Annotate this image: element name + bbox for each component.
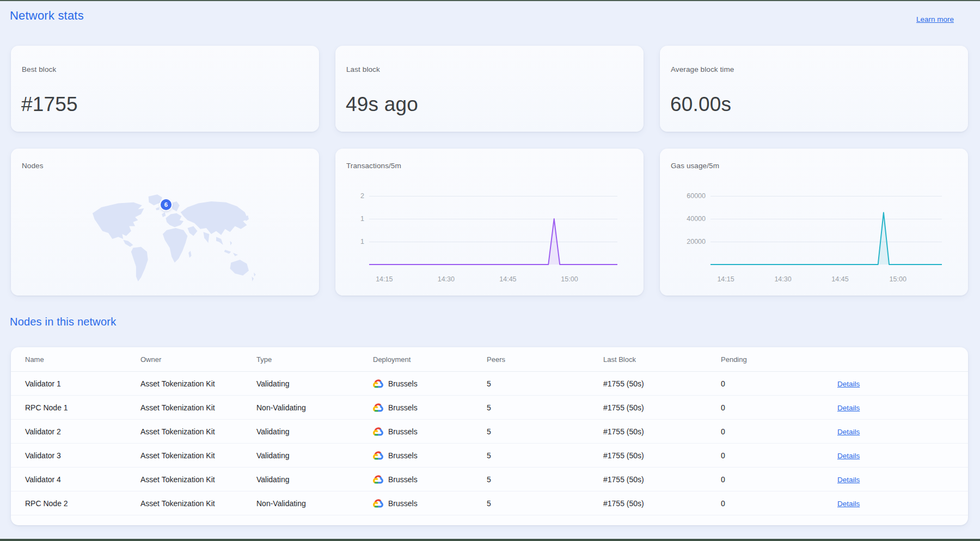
x-axis-tick-label: 15:00 (561, 275, 578, 283)
gas-usage-chart-card: Gas usage/5m 60000400002000014:1514:3014… (660, 149, 968, 296)
x-axis-tick-label: 15:00 (890, 275, 906, 283)
gas-usage-chart: 60000400002000014:1514:3014:4515:00 (710, 196, 942, 305)
action-cell: Details (837, 427, 968, 436)
owner-cell: Asset Tokenization Kit (140, 379, 256, 388)
transactions-chart-card: Transactions/5m 21114:1514:3014:4515:00 (335, 149, 644, 296)
owner-cell: Asset Tokenization Kit (140, 475, 256, 484)
y-axis-tick-label: 1 (326, 214, 364, 223)
last-block-cell: #1755 (50s) (603, 379, 721, 388)
table-row: Validator 1Asset Tokenization KitValidat… (11, 372, 968, 396)
owner-cell: Asset Tokenization Kit (140, 427, 256, 436)
peers-cell: 5 (487, 427, 603, 436)
google-cloud-icon (373, 403, 383, 412)
table-row: Validator 3Asset Tokenization KitValidat… (11, 444, 968, 468)
pending-cell: 0 (721, 499, 837, 508)
column-header: Last Block (603, 355, 721, 364)
chart-line-graphic (710, 196, 942, 267)
node-name-cell: RPC Node 1 (25, 403, 140, 412)
node-name-cell: Validator 2 (25, 427, 140, 436)
deployment-cell: Brussels (373, 451, 487, 460)
table-row: Validator 4Asset Tokenization KitValidat… (11, 468, 968, 491)
last-block-card: Last block 49s ago (335, 46, 644, 132)
peers-cell: 5 (487, 475, 603, 484)
pending-cell: 0 (721, 379, 837, 388)
details-link[interactable]: Details (837, 500, 860, 508)
deployment-location: Brussels (388, 379, 418, 388)
x-axis-tick-label: 14:15 (717, 275, 734, 283)
pending-cell: 0 (721, 427, 837, 436)
owner-cell: Asset Tokenization Kit (140, 499, 256, 508)
table-header-row: NameOwnerTypeDeploymentPeersLast BlockPe… (11, 347, 968, 372)
column-header: Owner (140, 355, 256, 364)
section-title-nodes: Nodes in this network (10, 316, 116, 328)
y-axis-tick-label: 1 (326, 237, 364, 246)
column-header: Name (25, 355, 140, 364)
last-block-cell: #1755 (50s) (603, 475, 721, 484)
details-link[interactable]: Details (837, 380, 860, 388)
deployment-location: Brussels (388, 451, 418, 460)
type-cell: Validating (256, 379, 373, 388)
average-block-time-value: 60.00s (670, 93, 731, 116)
pending-cell: 0 (721, 451, 837, 460)
network-stats-page: Network stats Learn more Best block #175… (0, 0, 980, 541)
column-header: Deployment (373, 355, 487, 364)
deployment-location: Brussels (388, 475, 418, 484)
y-axis-tick-label: 2 (326, 192, 364, 200)
y-axis-tick-label: 40000 (667, 214, 706, 223)
node-name-cell: Validator 4 (25, 475, 140, 484)
transactions-chart: 21114:1514:3014:4515:00 (369, 196, 617, 305)
owner-cell: Asset Tokenization Kit (140, 451, 256, 460)
deployment-location: Brussels (388, 403, 418, 412)
y-axis-tick-label: 20000 (667, 237, 706, 246)
stat-label: Best block (22, 65, 56, 73)
action-cell: Details (837, 403, 968, 412)
deployment-cell: Brussels (373, 475, 487, 484)
nodes-table: NameOwnerTypeDeploymentPeersLast BlockPe… (11, 347, 968, 525)
node-name-cell: RPC Node 2 (25, 499, 140, 508)
deployment-cell: Brussels (373, 427, 487, 436)
charts-row: Nodes (11, 149, 968, 296)
average-block-time-card: Average block time 60.00s (660, 46, 968, 132)
column-header: Pending (721, 355, 837, 364)
details-link[interactable]: Details (837, 476, 860, 484)
action-cell: Details (837, 451, 968, 460)
google-cloud-icon (373, 451, 383, 460)
last-block-cell: #1755 (50s) (603, 403, 721, 412)
type-cell: Non-Validating (256, 499, 373, 508)
deployment-cell: Brussels (373, 379, 487, 388)
details-link[interactable]: Details (837, 452, 860, 460)
pending-cell: 0 (721, 403, 837, 412)
column-header: Type (256, 355, 373, 364)
owner-cell: Asset Tokenization Kit (140, 403, 256, 412)
peers-cell: 5 (487, 403, 603, 412)
details-link[interactable]: Details (837, 428, 860, 436)
last-block-cell: #1755 (50s) (603, 451, 721, 460)
window-bottom-edge (0, 539, 980, 541)
table-body: Validator 1Asset Tokenization KitValidat… (11, 372, 968, 515)
x-axis-tick-label: 14:30 (774, 275, 791, 283)
best-block-card: Best block #1755 (11, 46, 319, 132)
node-name-cell: Validator 1 (25, 379, 140, 388)
stat-label: Average block time (671, 65, 734, 73)
map-card-label: Nodes (22, 162, 44, 170)
action-cell: Details (837, 379, 968, 388)
details-link[interactable]: Details (837, 404, 860, 412)
table-row: Validator 2Asset Tokenization KitValidat… (11, 420, 968, 444)
node-name-cell: Validator 3 (25, 451, 140, 460)
google-cloud-icon (373, 379, 383, 388)
node-count-map-marker[interactable]: 6 (161, 199, 171, 210)
y-axis-tick-label: 60000 (667, 192, 706, 200)
x-axis-tick-label: 14:30 (438, 275, 455, 283)
peers-cell: 5 (487, 451, 603, 460)
chart-title: Transactions/5m (346, 162, 401, 170)
type-cell: Non-Validating (256, 403, 373, 412)
best-block-value: #1755 (21, 93, 78, 116)
learn-more-link[interactable]: Learn more (916, 15, 954, 23)
stat-label: Last block (346, 65, 380, 73)
deployment-location: Brussels (388, 427, 418, 436)
peers-cell: 5 (487, 499, 603, 508)
x-axis-tick-label: 14:45 (831, 275, 848, 283)
type-cell: Validating (256, 475, 373, 484)
table-row: RPC Node 1Asset Tokenization KitNon-Vali… (11, 396, 968, 420)
column-header: Peers (487, 355, 603, 364)
